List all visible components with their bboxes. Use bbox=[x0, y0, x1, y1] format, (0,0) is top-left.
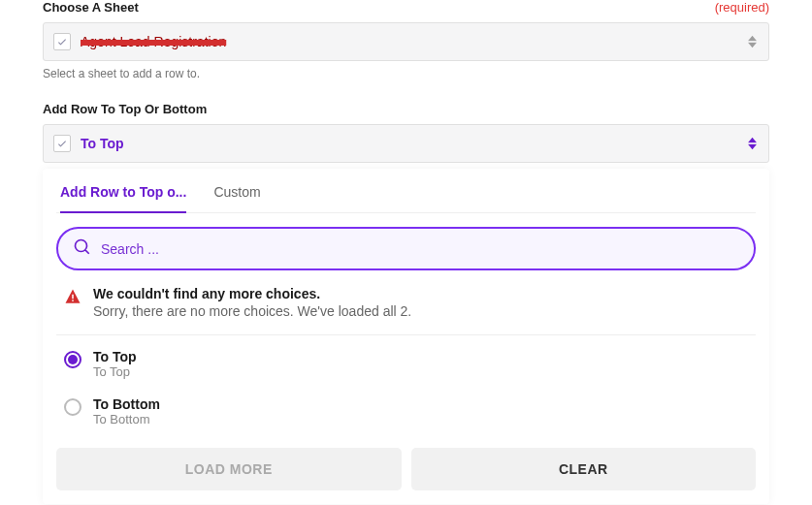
required-indicator: (required) bbox=[715, 0, 769, 15]
option-label: To Top bbox=[93, 349, 137, 364]
warning-block: We couldn't find any more choices. Sorry… bbox=[56, 270, 756, 335]
checkbox-icon bbox=[53, 33, 71, 50]
sheet-select[interactable]: Agent Load Registration bbox=[43, 22, 769, 61]
option-label: To Bottom bbox=[93, 396, 160, 412]
position-selected-value: To Top bbox=[81, 136, 124, 151]
tab-add-row[interactable]: Add Row to Top o... bbox=[60, 169, 186, 213]
clear-button[interactable]: CLEAR bbox=[411, 448, 757, 490]
chevron-sort-icon bbox=[748, 36, 757, 48]
checkbox-icon bbox=[53, 135, 71, 152]
sheet-field-label: Choose A Sheet bbox=[43, 0, 139, 15]
option-to-bottom[interactable]: To Bottom To Bottom bbox=[56, 383, 756, 430]
radio-unselected-icon bbox=[64, 398, 81, 416]
radio-selected-icon bbox=[64, 351, 81, 368]
svg-rect-0 bbox=[72, 295, 74, 300]
search-box[interactable] bbox=[56, 227, 756, 270]
option-sublabel: To Bottom bbox=[93, 412, 160, 426]
tabs: Add Row to Top o... Custom bbox=[56, 169, 756, 213]
chevron-sort-icon bbox=[748, 138, 757, 150]
option-to-top[interactable]: To Top To Top bbox=[56, 335, 756, 383]
search-input[interactable] bbox=[101, 241, 738, 257]
search-icon bbox=[74, 238, 91, 259]
warning-title: We couldn't find any more choices. bbox=[93, 286, 411, 301]
load-more-button[interactable]: LOAD MORE bbox=[56, 448, 402, 490]
sheet-selected-value: Agent Load Registration bbox=[81, 34, 226, 49]
warning-subtitle: Sorry, there are no more choices. We've … bbox=[93, 303, 411, 319]
option-sublabel: To Top bbox=[93, 364, 137, 379]
warning-icon bbox=[64, 288, 81, 319]
position-field-label: Add Row To Top Or Bottom bbox=[43, 102, 207, 116]
svg-rect-1 bbox=[72, 300, 74, 301]
tab-custom[interactable]: Custom bbox=[213, 169, 260, 213]
position-select[interactable]: To Top bbox=[43, 124, 769, 163]
dropdown-panel: Add Row to Top o... Custom We couldn't f… bbox=[43, 169, 769, 504]
sheet-helper-text: Select a sheet to add a row to. bbox=[43, 67, 769, 80]
